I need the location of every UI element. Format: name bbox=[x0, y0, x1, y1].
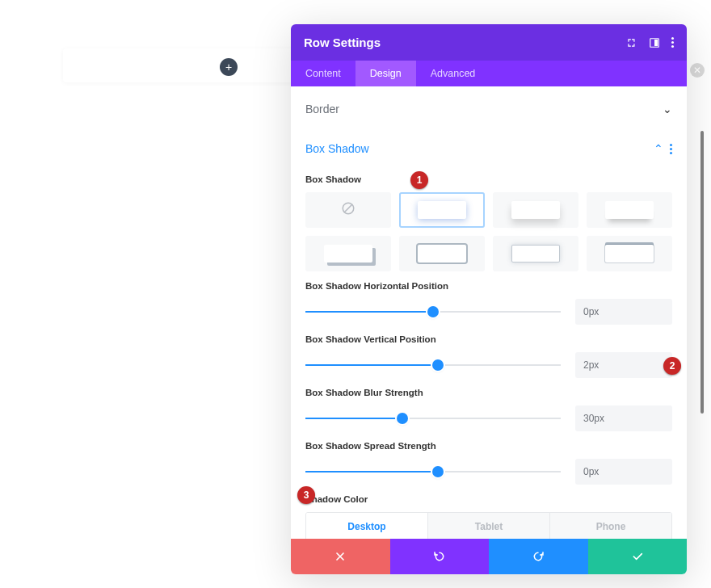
label-blur: Box Shadow Blur Strength bbox=[305, 388, 672, 397]
annotation-2: 2 bbox=[663, 357, 681, 375]
value-v-position[interactable]: 2px bbox=[575, 352, 672, 378]
undo-icon bbox=[433, 550, 446, 563]
section-border-title: Border bbox=[305, 103, 339, 116]
row-v-position: 2px bbox=[305, 352, 672, 378]
redo-icon bbox=[532, 550, 545, 563]
header-actions bbox=[626, 37, 674, 48]
device-tabs: Desktop Tablet Phone bbox=[305, 512, 672, 539]
value-blur[interactable]: 30px bbox=[575, 405, 672, 431]
preset-preview bbox=[511, 201, 560, 219]
panel-body: Border ⌄ Box Shadow ⌃ Box Shadow Box Sha… bbox=[291, 86, 687, 539]
preset-5[interactable] bbox=[399, 236, 485, 271]
label-color: Shadow Color bbox=[305, 494, 672, 504]
snap-icon[interactable] bbox=[649, 37, 660, 48]
shadow-presets bbox=[305, 192, 672, 271]
preset-7[interactable] bbox=[587, 236, 672, 271]
device-desktop[interactable]: Desktop bbox=[306, 513, 427, 539]
preset-2[interactable] bbox=[493, 192, 578, 228]
preset-preview bbox=[605, 245, 654, 262]
close-icon bbox=[334, 550, 347, 563]
tab-advanced[interactable]: Advanced bbox=[416, 61, 490, 86]
slider-thumb[interactable] bbox=[397, 413, 408, 424]
preset-3[interactable] bbox=[587, 192, 672, 228]
plus-icon: + bbox=[225, 61, 232, 73]
preset-preview bbox=[324, 245, 372, 262]
check-icon bbox=[631, 550, 644, 563]
tab-content[interactable]: Content bbox=[291, 61, 356, 86]
add-row-button[interactable]: + bbox=[220, 58, 238, 76]
none-icon bbox=[341, 201, 356, 219]
device-tablet[interactable]: Tablet bbox=[427, 513, 549, 539]
device-phone[interactable]: Phone bbox=[549, 513, 671, 539]
preset-none[interactable] bbox=[305, 192, 391, 228]
preset-preview bbox=[418, 201, 466, 219]
section-options-icon[interactable] bbox=[670, 144, 672, 154]
preset-1[interactable] bbox=[399, 192, 485, 228]
row-blur: 30px bbox=[305, 405, 672, 431]
tab-design[interactable]: Design bbox=[356, 61, 416, 86]
confirm-button[interactable] bbox=[588, 539, 688, 574]
slider-fill bbox=[305, 311, 433, 313]
slider-fill bbox=[305, 364, 438, 366]
preset-4[interactable] bbox=[305, 236, 391, 271]
panel-header: Row Settings bbox=[291, 24, 687, 61]
svg-line-3 bbox=[344, 204, 353, 213]
slider-h-position[interactable] bbox=[305, 302, 561, 321]
slider-spread[interactable] bbox=[305, 462, 561, 481]
redo-button[interactable] bbox=[489, 539, 588, 574]
cancel-button[interactable] bbox=[291, 539, 390, 574]
preset-preview bbox=[605, 201, 654, 219]
section-box-shadow[interactable]: Box Shadow ⌃ bbox=[305, 126, 672, 165]
chevron-down-icon: ⌄ bbox=[663, 103, 672, 116]
preset-preview bbox=[418, 245, 466, 262]
undo-button[interactable] bbox=[390, 539, 490, 574]
preset-6[interactable] bbox=[493, 236, 578, 271]
panel-title: Row Settings bbox=[304, 36, 381, 49]
slider-fill bbox=[305, 471, 438, 472]
annotation-3: 3 bbox=[297, 486, 315, 504]
label-h-position: Box Shadow Horizontal Position bbox=[305, 281, 672, 291]
expand-icon[interactable] bbox=[626, 37, 637, 48]
label-box-shadow: Box Shadow bbox=[305, 174, 672, 184]
scrollbar[interactable] bbox=[700, 131, 704, 414]
preset-preview bbox=[511, 245, 560, 262]
panel-footer bbox=[291, 539, 687, 574]
page-close-icon[interactable]: ✕ bbox=[690, 63, 705, 78]
slider-thumb[interactable] bbox=[432, 466, 444, 477]
section-box-shadow-title: Box Shadow bbox=[305, 142, 369, 155]
value-h-position[interactable]: 0px bbox=[575, 299, 672, 325]
row-h-position: 0px bbox=[305, 299, 672, 325]
slider-thumb[interactable] bbox=[432, 359, 444, 371]
label-v-position: Box Shadow Vertical Position bbox=[305, 334, 672, 344]
kebab-icon[interactable] bbox=[671, 37, 674, 48]
slider-v-position[interactable] bbox=[305, 355, 561, 375]
slider-fill bbox=[305, 418, 402, 419]
panel-tabs: Content Design Advanced bbox=[291, 61, 687, 86]
value-spread[interactable]: 0px bbox=[575, 459, 672, 485]
slider-blur[interactable] bbox=[305, 409, 561, 428]
label-spread: Box Shadow Spread Strength bbox=[305, 441, 672, 451]
slider-thumb[interactable] bbox=[427, 306, 439, 317]
row-settings-panel: Row Settings Content Design Advanced Bor… bbox=[291, 24, 687, 574]
chevron-up-icon: ⌃ bbox=[654, 142, 663, 155]
row-spread: 0px bbox=[305, 459, 672, 485]
svg-rect-1 bbox=[654, 39, 658, 45]
section-border[interactable]: Border ⌄ bbox=[305, 86, 672, 126]
annotation-1: 1 bbox=[410, 171, 428, 189]
